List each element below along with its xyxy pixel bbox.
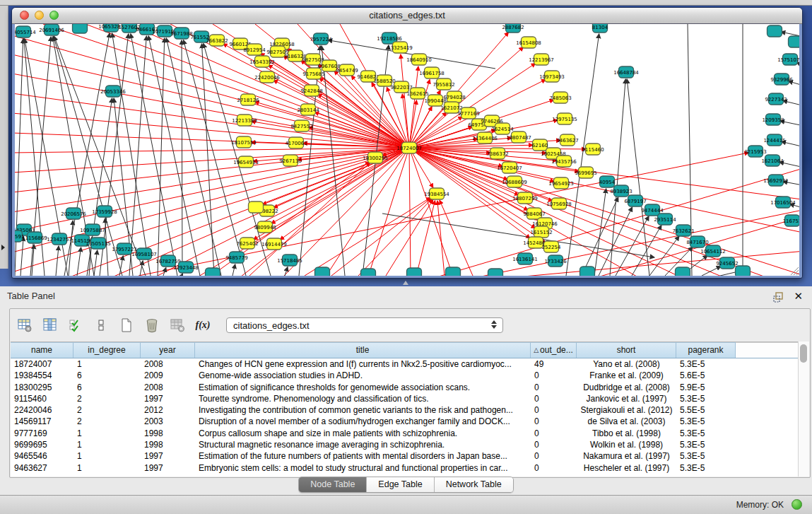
column-header-title[interactable]: title: [195, 342, 531, 358]
graph-node[interactable]: 1733426: [544, 255, 567, 267]
graph-node[interactable]: 9242848: [300, 85, 322, 96]
graph-node[interactable]: [73, 24, 88, 33]
graph-node[interactable]: 10756928: [546, 198, 572, 209]
table-cell[interactable]: 0: [531, 404, 577, 416]
graph-node[interactable]: 16648784: [613, 66, 639, 78]
table-cell[interactable]: Estimation of significance thresholds fo…: [195, 382, 531, 393]
graph-node[interactable]: 12975135: [552, 113, 577, 124]
network-window-titlebar[interactable]: citations_edges.txt: [12, 8, 802, 24]
table-cell[interactable]: 0: [531, 439, 577, 450]
tab-network-table[interactable]: Network Table: [435, 477, 513, 492]
column-header-out-de-[interactable]: △out_de...: [531, 342, 577, 358]
graph-node[interactable]: 20691406: [39, 24, 64, 35]
graph-node[interactable]: 8427552: [290, 120, 312, 132]
graph-node[interactable]: 7386372: [486, 148, 508, 159]
graph-node[interactable]: 19654923: [548, 177, 574, 189]
unselect-all-icon[interactable]: [93, 317, 109, 333]
table-cell[interactable]: 0: [531, 393, 577, 404]
table-row[interactable]: 2242004622012Investigating the contribut…: [11, 404, 809, 416]
table-cell[interactable]: 9115460: [11, 393, 73, 404]
graph-node[interactable]: [315, 267, 330, 276]
table-cell[interactable]: 5.3E-5: [676, 358, 736, 370]
select-all-icon[interactable]: [68, 317, 83, 333]
graph-node[interactable]: 2887682: [502, 24, 524, 33]
table-cell[interactable]: 5.3E-5: [676, 428, 736, 439]
graph-node[interactable]: 81304: [592, 24, 608, 33]
column-header-year[interactable]: year: [141, 342, 195, 358]
table-cell[interactable]: 1997: [141, 450, 195, 462]
table-row[interactable]: 946362711997Embryonic stem cells: a mode…: [11, 462, 809, 474]
graph-node[interactable]: [206, 268, 220, 276]
graph-node[interactable]: 116753: [783, 215, 799, 226]
table-cell[interactable]: Stergiakouli et al. (2012): [577, 404, 676, 416]
table-cell[interactable]: 5.3E-5: [676, 439, 736, 450]
delete-table-icon[interactable]: [170, 317, 185, 333]
table-cell[interactable]: 6: [73, 382, 141, 393]
graph-node[interactable]: 62160: [532, 139, 548, 151]
show-columns-icon[interactable]: [42, 317, 58, 333]
graph-node[interactable]: 1621064: [761, 155, 784, 166]
column-header-name[interactable]: name: [11, 342, 73, 358]
graph-node[interactable]: 7957224: [310, 33, 332, 45]
tab-edge-table[interactable]: Edge Table: [367, 477, 434, 492]
table-cell[interactable]: 5.5E-5: [676, 404, 736, 416]
table-cell[interactable]: 0: [531, 462, 577, 474]
table-cell[interactable]: 49: [531, 358, 577, 370]
table-cell[interactable]: 9465546: [11, 450, 73, 462]
table-cell[interactable]: Franke et al. (2009): [577, 370, 676, 381]
table-cell[interactable]: Tourette syndrome. Phenomenology and cla…: [195, 393, 531, 404]
network-canvas[interactable]: 1405571420691406106532871527602946616310…: [15, 23, 799, 276]
table-cell[interactable]: 18724007: [11, 358, 73, 370]
network-view-window[interactable]: citations_edges.txt 14055714206914061065…: [11, 7, 803, 279]
table-cell[interactable]: 5.6E-5: [676, 370, 736, 381]
control-panel-divider[interactable]: [0, 6, 8, 269]
table-cell[interactable]: Genome-wide association studies in ADHD.: [195, 370, 531, 381]
table-cell[interactable]: 1: [73, 439, 141, 450]
graph-node[interactable]: 18640910: [406, 54, 432, 65]
table-select-combo[interactable]: citations_edges.txt: [226, 317, 503, 333]
graph-node[interactable]: 9329966: [770, 74, 793, 85]
table-cell[interactable]: 2: [73, 393, 141, 404]
graph-node[interactable]: 1244415: [763, 134, 785, 146]
graph-node[interactable]: [789, 36, 800, 47]
table-cell[interactable]: Hescheler et al. (1997): [577, 462, 676, 474]
table-scrollbar-thumb[interactable]: [800, 344, 807, 363]
table-cell[interactable]: Dudbridge et al. (2008): [577, 382, 676, 393]
table-cell[interactable]: 14569117: [11, 416, 73, 427]
table-cell[interactable]: 2003: [141, 416, 195, 427]
table-cell[interactable]: 0: [531, 428, 577, 439]
delete-icon[interactable]: [144, 317, 160, 333]
graph-node[interactable]: 7625402: [236, 238, 258, 249]
graph-node[interactable]: [446, 267, 461, 276]
table-cell[interactable]: Tibbo et al. (1998): [577, 428, 676, 439]
graph-node[interactable]: [580, 267, 595, 276]
graph-node[interactable]: 10688609: [502, 176, 527, 187]
table-row[interactable]: 1456911722003Disruption of a novel membe…: [11, 416, 809, 427]
graph-node[interactable]: [676, 267, 690, 276]
graph-node[interactable]: 15692931: [763, 175, 789, 186]
table-cell[interactable]: 0: [531, 416, 577, 427]
graph-node[interactable]: 18107554: [231, 136, 257, 148]
function-builder-icon[interactable]: f(x): [195, 317, 211, 333]
graph-node[interactable]: 8471670: [686, 236, 708, 247]
graph-node[interactable]: 14055714: [15, 26, 36, 37]
graph-node[interactable]: 12342757: [47, 233, 72, 245]
graph-node[interactable]: 7485063: [549, 92, 571, 103]
graph-node[interactable]: 6879197: [624, 195, 646, 206]
table-cell[interactable]: 2: [73, 404, 141, 416]
close-panel-icon[interactable]: ✕: [794, 290, 803, 303]
table-cell[interactable]: 1997: [141, 462, 195, 474]
expand-arrow-icon[interactable]: [1, 245, 5, 250]
table-cell[interactable]: 2: [73, 416, 141, 427]
graph-node[interactable]: 40954: [599, 176, 616, 187]
table-scrollbar[interactable]: [798, 341, 809, 477]
table-cell[interactable]: 9463627: [11, 462, 73, 474]
table-cell[interactable]: 1: [73, 450, 141, 462]
tab-node-table[interactable]: Node Table: [299, 477, 367, 492]
graph-node[interactable]: 16136141: [512, 253, 538, 264]
table-cell[interactable]: Structural magnetic resonance image aver…: [195, 439, 531, 450]
column-header-pagerank[interactable]: pagerank: [676, 342, 736, 358]
graph-node[interactable]: 2803144: [297, 104, 319, 115]
table-cell[interactable]: Investigating the contribution of common…: [195, 404, 531, 416]
table-row[interactable]: 1830029562008Estimation of significance …: [11, 382, 809, 393]
